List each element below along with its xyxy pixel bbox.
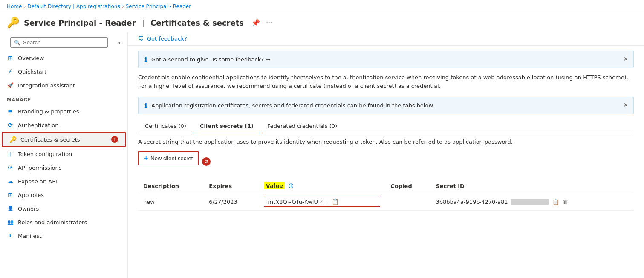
feedback-bar: 🗨 Got feedback? (128, 32, 644, 46)
new-client-secret-button[interactable]: + New client secret (138, 151, 199, 165)
sidebar-item-label: Branding & properties (18, 108, 79, 115)
col-copied: Copied (385, 179, 430, 193)
value-box: mtX8Q~QTu-KwlU Z... 📋 (264, 197, 380, 207)
tab-certificates[interactable]: Certificates (0) (138, 119, 193, 133)
close-banner-2-button[interactable]: ✕ (623, 101, 628, 108)
expose-api-icon: ☁ (7, 178, 14, 185)
sidebar-item-label: Authentication (18, 122, 58, 128)
quickstart-icon: ⚡ (7, 68, 14, 75)
token-icon: ||| (7, 151, 14, 157)
secret-expires-cell: 6/27/2023 (204, 193, 259, 211)
feedback-icon: 🗨 (138, 35, 144, 42)
sidebar-item-app-roles[interactable]: ⊞ App roles (0, 188, 127, 202)
secret-id-blurred (511, 199, 549, 205)
manage-section-label: Manage (0, 92, 127, 104)
page-title: Service Principal - Reader | Certificate… (24, 18, 244, 27)
integration-icon: 🚀 (7, 82, 14, 89)
tab-client-secrets[interactable]: Client secrets (1) (193, 119, 260, 133)
secret-row: new 6/27/2023 mtX8Q~QTu-KwlU Z... 📋 (138, 193, 634, 211)
breadcrumb-directory[interactable]: Default Directory | App registrations (27, 3, 120, 9)
sidebar-item-roles-admin[interactable]: 👥 Roles and administrators (0, 215, 127, 229)
col-value: Value ⓘ (259, 179, 385, 193)
secrets-table: Description Expires Value ⓘ Copied Secre… (138, 179, 634, 211)
overview-icon: ⊞ (7, 55, 14, 61)
api-permissions-icon: ⟳ (7, 164, 14, 171)
col-expires: Expires (204, 179, 259, 193)
sidebar: 🔍 « ⊞ Overview ⚡ Quickstart 🚀 Integratio… (0, 32, 128, 278)
sidebar-item-token[interactable]: ||| Token configuration (0, 147, 127, 161)
feedback-text[interactable]: Got feedback? (147, 35, 187, 42)
info-icon-1: ℹ (144, 55, 147, 64)
secret-copied-cell (385, 193, 430, 211)
info-banner-2-text: Application registration certificates, s… (151, 102, 434, 109)
credentials-tabs: Certificates (0) Client secrets (1) Fede… (138, 119, 634, 133)
value-header-highlight: Value (264, 182, 285, 189)
sidebar-item-label: Manifest (18, 233, 41, 239)
info-icon-2: ℹ (144, 101, 147, 110)
sidebar-item-label: Roles and administrators (18, 219, 87, 226)
credentials-description: Credentials enable confidential applicat… (138, 73, 634, 90)
sidebar-item-label: Expose an API (18, 178, 57, 185)
step-badge-1: 1 (111, 136, 118, 143)
certificates-icon: 🔑 (9, 136, 16, 143)
secret-value-cell: mtX8Q~QTu-KwlU Z... 📋 (259, 193, 385, 211)
secret-description-text: A secret string that the application use… (138, 139, 634, 145)
tab-federated-credentials[interactable]: Federated credentials (0) (260, 119, 344, 133)
plus-icon: + (144, 154, 148, 162)
branding-icon: ≡ (7, 108, 14, 115)
collapse-sidebar-button[interactable]: « (116, 38, 122, 48)
feedback-banner: ℹ Got a second to give us some feedback?… (138, 51, 634, 68)
manifest-icon: ℹ (7, 232, 14, 239)
sidebar-item-authentication[interactable]: ⟳ Authentication (0, 118, 127, 132)
close-banner-1-button[interactable]: ✕ (623, 55, 628, 62)
sidebar-item-expose-api[interactable]: ☁ Expose an API (0, 174, 127, 188)
main-content: 🗨 Got feedback? ℹ Got a second to give u… (128, 32, 644, 278)
sidebar-item-integration[interactable]: 🚀 Integration assistant (0, 78, 127, 92)
search-box: 🔍 (10, 37, 108, 48)
breadcrumb-current[interactable]: Service Principal - Reader (125, 3, 191, 9)
step-badge-2: 2 (202, 157, 211, 166)
sidebar-item-label: Token configuration (18, 151, 72, 157)
value-text: mtX8Q~QTu-KwlU (268, 199, 318, 205)
sidebar-item-label: Overview (18, 55, 44, 61)
search-input[interactable] (23, 39, 104, 46)
sidebar-item-label: Integration assistant (18, 82, 75, 89)
sidebar-item-label: Certificates & secrets (20, 136, 80, 143)
feedback-banner-text: Got a second to give us some feedback? → (151, 56, 270, 63)
authentication-icon: ⟳ (7, 122, 14, 128)
sidebar-item-label: API permissions (18, 165, 61, 171)
sidebar-item-certificates[interactable]: 🔑 Certificates & secrets 1 (2, 132, 126, 147)
sidebar-item-owners[interactable]: 👤 Owners (0, 202, 127, 215)
sidebar-item-manifest[interactable]: ℹ Manifest (0, 229, 127, 243)
new-secret-label: New client secret (150, 155, 193, 162)
copy-secret-id-icon[interactable]: 📋 (552, 199, 559, 205)
sidebar-item-quickstart[interactable]: ⚡ Quickstart (0, 65, 127, 78)
sidebar-item-label: Owners (18, 206, 39, 212)
sidebar-item-label: Quickstart (18, 69, 46, 75)
title-bar: 🔑 Service Principal - Reader | Certifica… (0, 13, 644, 32)
value-info-icon: ⓘ (289, 183, 293, 189)
more-options-icon[interactable]: ··· (266, 19, 272, 27)
search-icon: 🔍 (14, 40, 20, 46)
owners-icon: 👤 (7, 205, 14, 212)
breadcrumb: Home › Default Directory | App registrat… (0, 0, 644, 13)
sidebar-item-overview[interactable]: ⊞ Overview (0, 51, 127, 65)
info-banner-2: ℹ Application registration certificates,… (138, 97, 634, 114)
col-description: Description (138, 179, 204, 193)
breadcrumb-home[interactable]: Home (7, 3, 22, 9)
secret-id-cell: 3b8bba4a-919c-4270-a81 📋 🗑 (430, 193, 634, 211)
value-blurred-text: Z... (320, 199, 328, 205)
copy-value-icon[interactable]: 📋 (332, 198, 339, 205)
delete-secret-icon[interactable]: 🗑 (563, 199, 568, 205)
sidebar-item-branding[interactable]: ≡ Branding & properties (0, 104, 127, 118)
col-secret-id: Secret ID (430, 179, 634, 193)
pin-icon[interactable]: 📌 (251, 19, 260, 27)
sidebar-item-label: App roles (18, 192, 44, 198)
roles-admin-icon: 👥 (7, 219, 14, 226)
breadcrumb-sep2: › (122, 3, 124, 9)
secret-description-cell: new (138, 193, 204, 211)
sidebar-item-api-permissions[interactable]: ⟳ API permissions (0, 161, 127, 174)
secret-id-text: 3b8bba4a-919c-4270-a81 (436, 199, 508, 205)
breadcrumb-sep1: › (23, 3, 26, 9)
app-roles-icon: ⊞ (7, 191, 14, 198)
